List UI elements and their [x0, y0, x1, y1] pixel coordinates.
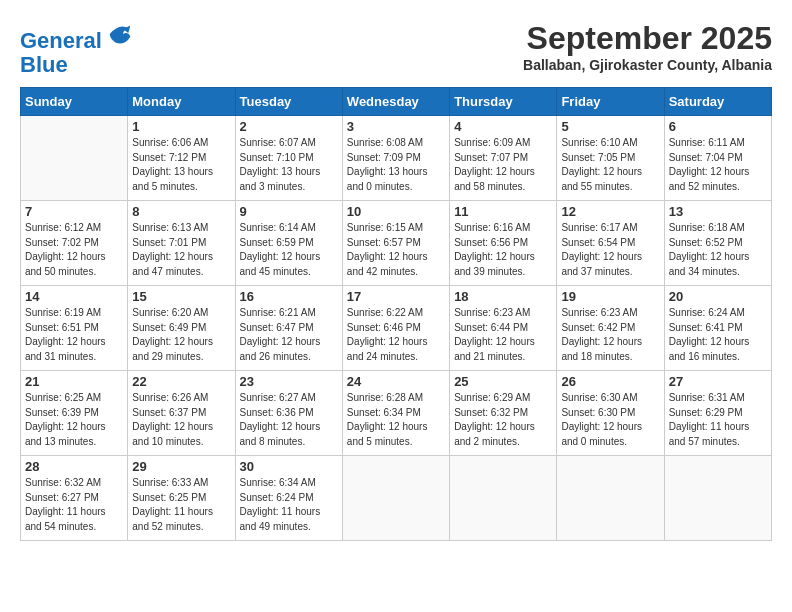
weekday-header-sunday: Sunday — [21, 88, 128, 116]
day-number: 20 — [669, 289, 767, 304]
calendar-cell: 7Sunrise: 6:12 AM Sunset: 7:02 PM Daylig… — [21, 201, 128, 286]
calendar-cell: 21Sunrise: 6:25 AM Sunset: 6:39 PM Dayli… — [21, 371, 128, 456]
calendar-cell: 4Sunrise: 6:09 AM Sunset: 7:07 PM Daylig… — [450, 116, 557, 201]
day-info: Sunrise: 6:11 AM Sunset: 7:04 PM Dayligh… — [669, 136, 767, 194]
calendar-cell: 19Sunrise: 6:23 AM Sunset: 6:42 PM Dayli… — [557, 286, 664, 371]
day-info: Sunrise: 6:34 AM Sunset: 6:24 PM Dayligh… — [240, 476, 338, 534]
weekday-header-row: SundayMondayTuesdayWednesdayThursdayFrid… — [21, 88, 772, 116]
weekday-header-wednesday: Wednesday — [342, 88, 449, 116]
day-number: 12 — [561, 204, 659, 219]
day-number: 26 — [561, 374, 659, 389]
day-info: Sunrise: 6:30 AM Sunset: 6:30 PM Dayligh… — [561, 391, 659, 449]
day-number: 21 — [25, 374, 123, 389]
weekday-header-thursday: Thursday — [450, 88, 557, 116]
calendar-cell: 20Sunrise: 6:24 AM Sunset: 6:41 PM Dayli… — [664, 286, 771, 371]
day-info: Sunrise: 6:19 AM Sunset: 6:51 PM Dayligh… — [25, 306, 123, 364]
weekday-header-saturday: Saturday — [664, 88, 771, 116]
calendar-cell — [664, 456, 771, 541]
calendar-cell: 5Sunrise: 6:10 AM Sunset: 7:05 PM Daylig… — [557, 116, 664, 201]
day-number: 10 — [347, 204, 445, 219]
logo: General Blue — [20, 20, 134, 77]
month-title: September 2025 — [523, 20, 772, 57]
calendar-cell — [342, 456, 449, 541]
calendar-cell: 14Sunrise: 6:19 AM Sunset: 6:51 PM Dayli… — [21, 286, 128, 371]
calendar-cell: 28Sunrise: 6:32 AM Sunset: 6:27 PM Dayli… — [21, 456, 128, 541]
day-info: Sunrise: 6:13 AM Sunset: 7:01 PM Dayligh… — [132, 221, 230, 279]
day-info: Sunrise: 6:27 AM Sunset: 6:36 PM Dayligh… — [240, 391, 338, 449]
day-info: Sunrise: 6:18 AM Sunset: 6:52 PM Dayligh… — [669, 221, 767, 279]
day-info: Sunrise: 6:28 AM Sunset: 6:34 PM Dayligh… — [347, 391, 445, 449]
day-number: 15 — [132, 289, 230, 304]
calendar-cell: 13Sunrise: 6:18 AM Sunset: 6:52 PM Dayli… — [664, 201, 771, 286]
day-info: Sunrise: 6:08 AM Sunset: 7:09 PM Dayligh… — [347, 136, 445, 194]
day-info: Sunrise: 6:20 AM Sunset: 6:49 PM Dayligh… — [132, 306, 230, 364]
calendar-cell: 17Sunrise: 6:22 AM Sunset: 6:46 PM Dayli… — [342, 286, 449, 371]
day-info: Sunrise: 6:24 AM Sunset: 6:41 PM Dayligh… — [669, 306, 767, 364]
weekday-header-monday: Monday — [128, 88, 235, 116]
logo-general: General — [20, 28, 102, 53]
weekday-header-friday: Friday — [557, 88, 664, 116]
calendar-table: SundayMondayTuesdayWednesdayThursdayFrid… — [20, 87, 772, 541]
week-row-3: 14Sunrise: 6:19 AM Sunset: 6:51 PM Dayli… — [21, 286, 772, 371]
calendar-cell: 26Sunrise: 6:30 AM Sunset: 6:30 PM Dayli… — [557, 371, 664, 456]
day-number: 4 — [454, 119, 552, 134]
day-number: 8 — [132, 204, 230, 219]
day-number: 6 — [669, 119, 767, 134]
day-number: 13 — [669, 204, 767, 219]
day-number: 1 — [132, 119, 230, 134]
day-info: Sunrise: 6:06 AM Sunset: 7:12 PM Dayligh… — [132, 136, 230, 194]
day-number: 25 — [454, 374, 552, 389]
day-number: 3 — [347, 119, 445, 134]
calendar-cell: 3Sunrise: 6:08 AM Sunset: 7:09 PM Daylig… — [342, 116, 449, 201]
day-number: 9 — [240, 204, 338, 219]
day-info: Sunrise: 6:32 AM Sunset: 6:27 PM Dayligh… — [25, 476, 123, 534]
calendar-cell: 27Sunrise: 6:31 AM Sunset: 6:29 PM Dayli… — [664, 371, 771, 456]
day-number: 5 — [561, 119, 659, 134]
day-info: Sunrise: 6:21 AM Sunset: 6:47 PM Dayligh… — [240, 306, 338, 364]
day-number: 11 — [454, 204, 552, 219]
day-info: Sunrise: 6:22 AM Sunset: 6:46 PM Dayligh… — [347, 306, 445, 364]
day-info: Sunrise: 6:31 AM Sunset: 6:29 PM Dayligh… — [669, 391, 767, 449]
day-info: Sunrise: 6:29 AM Sunset: 6:32 PM Dayligh… — [454, 391, 552, 449]
day-number: 19 — [561, 289, 659, 304]
day-info: Sunrise: 6:12 AM Sunset: 7:02 PM Dayligh… — [25, 221, 123, 279]
day-number: 16 — [240, 289, 338, 304]
day-info: Sunrise: 6:17 AM Sunset: 6:54 PM Dayligh… — [561, 221, 659, 279]
calendar-cell: 30Sunrise: 6:34 AM Sunset: 6:24 PM Dayli… — [235, 456, 342, 541]
calendar-cell — [557, 456, 664, 541]
day-number: 30 — [240, 459, 338, 474]
day-number: 2 — [240, 119, 338, 134]
calendar-cell: 22Sunrise: 6:26 AM Sunset: 6:37 PM Dayli… — [128, 371, 235, 456]
calendar-cell: 29Sunrise: 6:33 AM Sunset: 6:25 PM Dayli… — [128, 456, 235, 541]
day-number: 14 — [25, 289, 123, 304]
week-row-1: 1Sunrise: 6:06 AM Sunset: 7:12 PM Daylig… — [21, 116, 772, 201]
day-number: 27 — [669, 374, 767, 389]
day-number: 28 — [25, 459, 123, 474]
calendar-cell: 16Sunrise: 6:21 AM Sunset: 6:47 PM Dayli… — [235, 286, 342, 371]
day-info: Sunrise: 6:33 AM Sunset: 6:25 PM Dayligh… — [132, 476, 230, 534]
calendar-cell: 9Sunrise: 6:14 AM Sunset: 6:59 PM Daylig… — [235, 201, 342, 286]
calendar-cell: 8Sunrise: 6:13 AM Sunset: 7:01 PM Daylig… — [128, 201, 235, 286]
day-info: Sunrise: 6:16 AM Sunset: 6:56 PM Dayligh… — [454, 221, 552, 279]
logo-blue: Blue — [20, 53, 134, 77]
calendar-cell: 25Sunrise: 6:29 AM Sunset: 6:32 PM Dayli… — [450, 371, 557, 456]
calendar-cell: 23Sunrise: 6:27 AM Sunset: 6:36 PM Dayli… — [235, 371, 342, 456]
day-info: Sunrise: 6:23 AM Sunset: 6:44 PM Dayligh… — [454, 306, 552, 364]
day-info: Sunrise: 6:23 AM Sunset: 6:42 PM Dayligh… — [561, 306, 659, 364]
calendar-cell: 18Sunrise: 6:23 AM Sunset: 6:44 PM Dayli… — [450, 286, 557, 371]
title-block: September 2025 Ballaban, Gjirokaster Cou… — [523, 20, 772, 73]
day-number: 29 — [132, 459, 230, 474]
calendar-cell: 24Sunrise: 6:28 AM Sunset: 6:34 PM Dayli… — [342, 371, 449, 456]
day-number: 7 — [25, 204, 123, 219]
calendar-cell — [21, 116, 128, 201]
logo-icon — [106, 20, 134, 48]
calendar-cell: 10Sunrise: 6:15 AM Sunset: 6:57 PM Dayli… — [342, 201, 449, 286]
day-number: 18 — [454, 289, 552, 304]
day-number: 17 — [347, 289, 445, 304]
logo-text: General — [20, 20, 134, 53]
day-info: Sunrise: 6:14 AM Sunset: 6:59 PM Dayligh… — [240, 221, 338, 279]
day-info: Sunrise: 6:07 AM Sunset: 7:10 PM Dayligh… — [240, 136, 338, 194]
calendar-cell: 11Sunrise: 6:16 AM Sunset: 6:56 PM Dayli… — [450, 201, 557, 286]
calendar-cell: 6Sunrise: 6:11 AM Sunset: 7:04 PM Daylig… — [664, 116, 771, 201]
week-row-2: 7Sunrise: 6:12 AM Sunset: 7:02 PM Daylig… — [21, 201, 772, 286]
